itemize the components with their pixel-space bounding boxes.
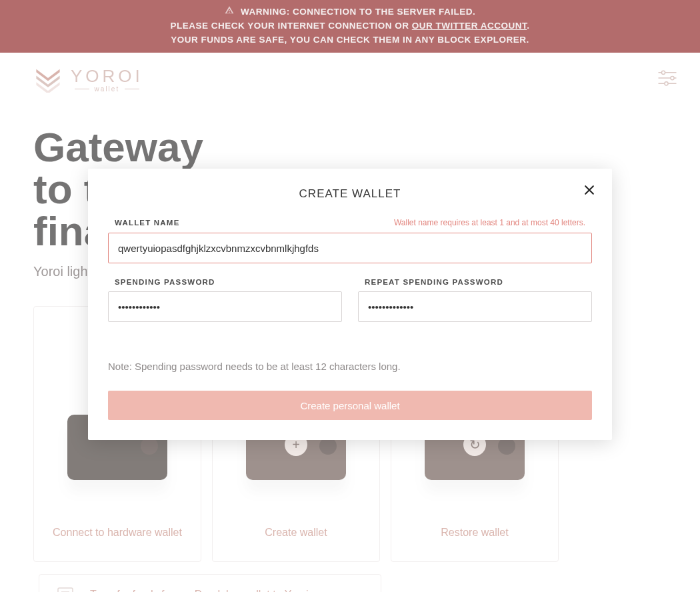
repeat-password-input[interactable] [358,291,592,322]
repeat-password-label: REPEAT SPENDING PASSWORD [365,278,503,286]
wallet-name-label: WALLET NAME [115,219,180,227]
spending-password-label: SPENDING PASSWORD [115,278,215,286]
create-personal-wallet-button[interactable]: Create personal wallet [108,391,592,420]
password-row: SPENDING PASSWORD REPEAT SPENDING PASSWO… [108,278,592,337]
wallet-name-field: WALLET NAME Wallet name requires at leas… [108,218,592,263]
modal-overlay: CREATE WALLET WALLET NAME Wallet name re… [0,0,700,592]
modal-title: CREATE WALLET [108,187,592,201]
spending-password-field: SPENDING PASSWORD [108,278,342,322]
close-icon [583,183,596,197]
spending-password-input[interactable] [108,291,342,322]
password-note: Note: Spending password needs to be at l… [108,361,592,372]
wallet-name-error: Wallet name requires at least 1 and at m… [394,218,585,227]
create-wallet-modal: CREATE WALLET WALLET NAME Wallet name re… [88,169,612,440]
repeat-password-field: REPEAT SPENDING PASSWORD [358,278,592,322]
wallet-name-input[interactable] [108,233,592,263]
modal-close-button[interactable] [583,183,596,199]
